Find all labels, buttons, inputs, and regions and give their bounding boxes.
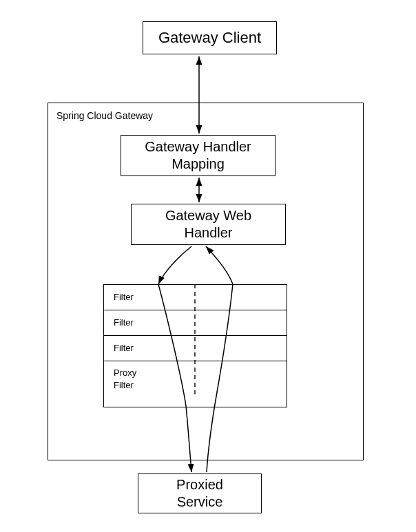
web-handler-line2: Handler [184,225,232,240]
gateway-client-label: Gateway Client [158,28,261,47]
filter-label: Filter [114,317,134,328]
container-label: Spring Cloud Gateway [56,110,153,121]
gateway-web-handler-box: Gateway Web Handler [131,204,286,245]
filter-row: Filter [104,336,287,361]
web-handler-line1: Gateway Web [165,208,251,223]
filter-label: Filter [114,343,134,353]
proxied-service-box: Proxied Service [138,474,262,513]
filter-row: Proxy Filter [104,361,287,407]
proxied-line2: Service [177,494,223,509]
gateway-handler-mapping-box: Gateway Handler Mapping [121,135,275,176]
filter-label: Filter [114,292,134,302]
filter-stack: Filter Filter Filter Proxy Filter [103,284,287,407]
filter-row: Filter [104,310,287,336]
proxy-filter-label: Proxy Filter [114,368,136,390]
handler-mapping-line2: Mapping [171,156,225,171]
handler-mapping-line1: Gateway Handler [145,139,251,154]
gateway-client-box: Gateway Client [143,21,277,54]
proxied-line1: Proxied [176,477,223,492]
filter-row: Filter [104,285,287,310]
